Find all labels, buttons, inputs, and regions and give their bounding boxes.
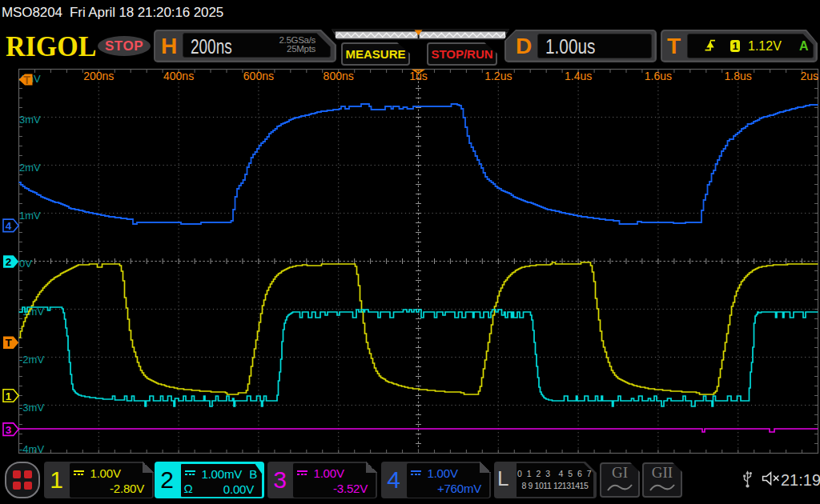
svg-text:1.4us: 1.4us — [565, 70, 592, 82]
svg-text:2: 2 — [6, 256, 12, 268]
svg-text:3: 3 — [6, 424, 12, 436]
svg-text:2us: 2us — [800, 70, 818, 82]
svg-text:1mV: 1mV — [19, 210, 41, 222]
svg-text:1.2us: 1.2us — [484, 70, 512, 82]
svg-text:400ns: 400ns — [163, 70, 194, 82]
svg-text:1: 1 — [6, 390, 12, 402]
svg-text:-4mV: -4mV — [19, 443, 44, 455]
svg-text:600ns: 600ns — [243, 70, 274, 82]
svg-text:T: T — [23, 74, 30, 86]
svg-text:200ns: 200ns — [83, 70, 114, 82]
svg-text:2mV: 2mV — [19, 162, 41, 174]
svg-text:1us: 1us — [409, 70, 428, 82]
svg-text:1.8us: 1.8us — [725, 70, 752, 82]
svg-text:T: T — [5, 337, 12, 349]
svg-text:-2mV: -2mV — [19, 354, 44, 366]
svg-text:1.6us: 1.6us — [645, 70, 672, 82]
svg-text:3mV: 3mV — [19, 114, 41, 126]
svg-text:0V: 0V — [19, 258, 32, 270]
svg-text:-3mV: -3mV — [19, 402, 44, 414]
svg-text:800ns: 800ns — [324, 70, 354, 82]
svg-text:4: 4 — [6, 220, 12, 232]
